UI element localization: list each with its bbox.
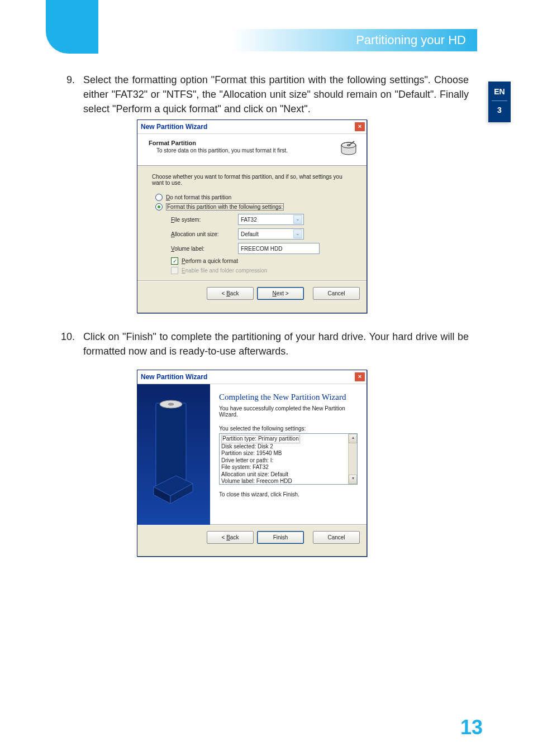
radio-icon xyxy=(155,194,163,201)
close-icon[interactable]: × xyxy=(354,372,365,382)
checkbox-compression: Enable file and folder compression xyxy=(171,267,353,274)
disk-icon xyxy=(339,140,359,160)
scroll-up-icon[interactable]: ▴ xyxy=(349,434,357,443)
side-divider xyxy=(492,101,507,101)
chevron-down-icon: ⌄ xyxy=(293,229,302,238)
wizard1-title: New Partition Wizard xyxy=(141,123,207,131)
wizard1-header: Format Partition To store data on this p… xyxy=(137,134,367,166)
radio-selected-icon xyxy=(155,203,163,210)
back-button[interactable]: < Back xyxy=(207,287,254,300)
wizard1-buttons: < Back Next > Cancel xyxy=(137,281,367,305)
row-volume-label: Volume label: FREECOM HDD xyxy=(171,243,353,254)
wizard2-welcome: Completing the New Partition Wizard xyxy=(219,392,358,402)
wizard1-subheading: To store data on this partition, you mus… xyxy=(156,147,288,154)
list-item: Disk selected: Disk 2 xyxy=(221,443,347,451)
wizard2-side-graphic xyxy=(137,384,210,525)
checkbox-quick-format[interactable]: Perform a quick format xyxy=(171,257,353,265)
list-item: File system: FAT32 xyxy=(221,464,347,471)
side-chapter: 3 xyxy=(488,106,511,114)
step-9-number: 9. xyxy=(56,73,75,87)
wizard1-heading: Format Partition xyxy=(149,140,288,146)
list-item: Partition size: 19540 MB xyxy=(221,450,347,457)
wizard2-titlebar[interactable]: New Partition Wizard × xyxy=(137,370,367,384)
wizard2-content: Completing the New Partition Wizard You … xyxy=(210,384,367,525)
checkbox-disabled-icon xyxy=(171,267,178,274)
close-icon[interactable]: × xyxy=(354,122,365,132)
chevron-down-icon: ⌄ xyxy=(293,215,302,224)
disk-stack-icon xyxy=(151,392,196,504)
wizard2-close-hint: To close this wizard, click Finish. xyxy=(219,491,358,497)
svg-rect-3 xyxy=(156,403,186,487)
row-allocation-unit: Allocation unit size: Default ⌄ xyxy=(171,228,353,240)
step-9-text: Select the formatting option "Format thi… xyxy=(83,73,469,116)
step-10: 10. Click on "Finish" to complete the pa… xyxy=(56,329,469,358)
svg-point-5 xyxy=(168,403,174,405)
allocation-unit-value: Default xyxy=(241,231,259,237)
scroll-down-icon[interactable]: ▾ xyxy=(349,475,357,484)
radio-format-with-settings[interactable]: Format this partition with the following… xyxy=(155,203,353,210)
wizard-completing: New Partition Wizard × xyxy=(137,370,367,557)
allocation-unit-combo[interactable]: Default ⌄ xyxy=(238,228,304,240)
radio-format-label: Format this partition with the following… xyxy=(166,203,284,210)
next-button[interactable]: Next > xyxy=(257,287,304,300)
header-title: Partitioning your HD xyxy=(356,33,466,47)
settings-listbox[interactable]: Partition type: Primary partition Disk s… xyxy=(219,433,358,485)
back-button[interactable]: < Back xyxy=(207,531,254,544)
step-9: 9. Select the formatting option "Format … xyxy=(56,73,469,116)
list-item: Partition type: Primary partition xyxy=(221,435,300,443)
finish-button[interactable]: Finish xyxy=(257,531,304,544)
wizard1-titlebar[interactable]: New Partition Wizard × xyxy=(137,120,367,134)
volume-label-value: FREECOM HDD xyxy=(241,246,282,252)
step-10-text: Click on "Finish" to complete the partit… xyxy=(83,329,469,358)
page-number: 13 xyxy=(460,716,483,739)
list-item: Volume label: Freecom HDD xyxy=(221,478,347,485)
side-language-badge: EN 3 xyxy=(488,82,511,122)
volume-label-input[interactable]: FREECOM HDD xyxy=(238,243,320,254)
checkbox-checked-icon xyxy=(171,257,178,265)
wizard2-buttons: < Back Finish Cancel xyxy=(137,525,367,549)
wizard1-body: Choose whether you want to format this p… xyxy=(137,166,367,281)
wizard2-success: You have successfully completed the New … xyxy=(219,405,358,418)
page-corner-tab xyxy=(46,0,98,54)
side-lang: EN xyxy=(488,87,511,96)
radio-do-not-format[interactable]: Do not format this partition xyxy=(155,194,353,201)
list-item: Allocation unit size: Default xyxy=(221,471,347,479)
wizard-format-partition: New Partition Wizard × Format Partition … xyxy=(137,119,367,313)
step-10-number: 10. xyxy=(56,329,75,344)
file-system-value: FAT32 xyxy=(241,217,257,223)
scrollbar[interactable]: ▴ ▾ xyxy=(348,434,357,484)
wizard2-title: New Partition Wizard xyxy=(141,373,207,381)
cancel-button[interactable]: Cancel xyxy=(313,287,360,300)
file-system-combo[interactable]: FAT32 ⌄ xyxy=(238,214,304,225)
row-file-system: File system: FAT32 ⌄ xyxy=(171,214,353,225)
wizard2-settings-label: You selected the following settings: xyxy=(219,425,358,432)
cancel-button[interactable]: Cancel xyxy=(313,531,360,544)
list-item: Drive letter or path: I: xyxy=(221,457,347,465)
wizard1-lead: Choose whether you want to format this p… xyxy=(152,174,353,186)
page-header: Partitioning your HD xyxy=(99,29,477,51)
